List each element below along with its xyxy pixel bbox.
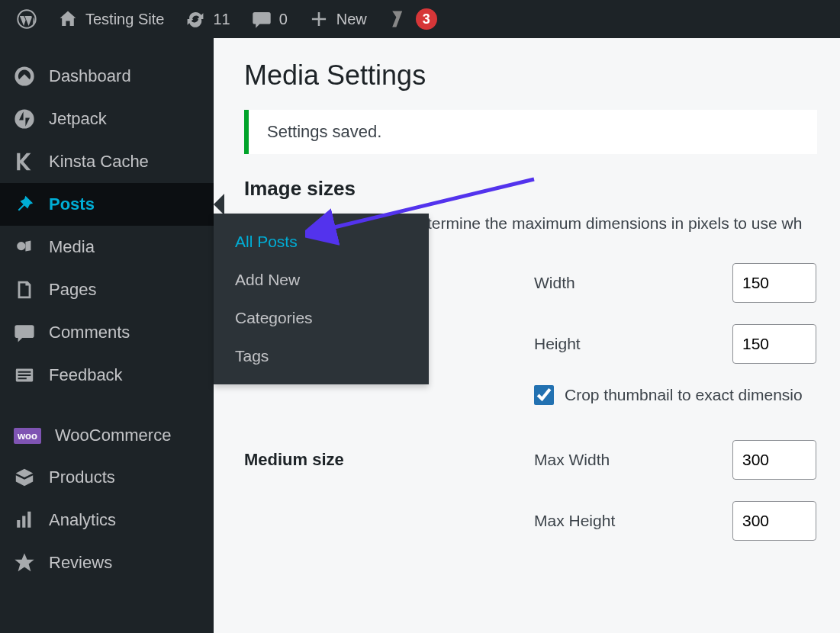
sidebar-item-jetpack[interactable]: Jetpack [0, 98, 214, 140]
submenu-all-posts[interactable]: All Posts [214, 223, 429, 261]
sidebar-item-feedback[interactable]: Feedback [0, 354, 214, 397]
sidebar-label: Feedback [49, 365, 123, 385]
updates[interactable]: 11 [175, 0, 240, 38]
thumb-crop-label: Crop thumbnail to exact dimensio [565, 386, 803, 404]
medium-maxw-label: Max Width [534, 451, 732, 469]
jetpack-icon [14, 108, 35, 130]
woo-icon: woo [14, 428, 41, 444]
comment-icon [14, 322, 35, 343]
pin-icon [14, 194, 35, 215]
page-title: Media Settings [244, 59, 817, 92]
svg-point-1 [14, 66, 34, 85]
medium-maxw-row: Medium size Max Width [244, 440, 817, 480]
admin-sidebar: Dashboard Jetpack Kinsta Cache Posts Med… [0, 38, 214, 633]
sidebar-label: Reviews [49, 553, 112, 573]
thumb-width-input[interactable] [732, 263, 816, 303]
sidebar-item-reviews[interactable]: Reviews [0, 541, 214, 584]
sidebar-item-comments[interactable]: Comments [0, 311, 214, 354]
sidebar-label: WooCommerce [55, 426, 171, 445]
sidebar-label: Products [49, 468, 115, 487]
sidebar-label: Comments [49, 323, 130, 342]
yoast-seo[interactable]: 3 [378, 0, 448, 38]
dashboard-icon [14, 66, 35, 87]
comments-link[interactable]: 0 [241, 0, 298, 38]
media-icon [14, 236, 35, 258]
sidebar-label: Kinsta Cache [49, 152, 149, 172]
thumb-width-label: Width [534, 274, 732, 292]
submenu-categories[interactable]: Categories [214, 299, 429, 337]
sidebar-label: Dashboard [49, 66, 131, 86]
medium-maxw-input[interactable] [732, 440, 816, 480]
sidebar-item-pages[interactable]: Pages [0, 268, 214, 311]
wp-logo[interactable] [6, 0, 47, 38]
admin-bar: Testing Site 11 0 New 3 [0, 0, 840, 38]
medium-maxh-input[interactable] [732, 501, 816, 541]
submenu-add-new[interactable]: Add New [214, 261, 429, 299]
sidebar-item-analytics[interactable]: Analytics [0, 499, 214, 541]
update-icon [185, 9, 205, 29]
posts-submenu: All Posts Add New Categories Tags [214, 214, 429, 384]
sidebar-item-dashboard[interactable]: Dashboard [0, 55, 214, 98]
sidebar-label: Posts [49, 194, 95, 214]
sidebar-item-media[interactable]: Media [0, 226, 214, 268]
sidebar-label: Analytics [49, 510, 116, 530]
plus-icon [309, 9, 329, 29]
kinsta-icon [14, 151, 35, 172]
comment-icon [252, 9, 272, 29]
wordpress-icon [17, 9, 37, 29]
sidebar-label: Media [49, 237, 95, 257]
sidebar-label: Pages [49, 280, 96, 300]
home-icon [58, 9, 78, 29]
medium-size-heading: Medium size [244, 450, 534, 470]
sidebar-item-woocommerce[interactable]: woo WooCommerce [0, 415, 214, 456]
image-sizes-heading: Image sizes [244, 177, 817, 201]
new-label: New [336, 11, 367, 28]
sidebar-item-products[interactable]: Products [0, 456, 214, 499]
feedback-icon [14, 365, 35, 386]
thumb-crop-row: Crop thumbnail to exact dimensio [534, 385, 817, 405]
sidebar-item-posts[interactable]: Posts [0, 183, 214, 226]
site-name[interactable]: Testing Site [47, 0, 175, 38]
star-icon [14, 552, 35, 574]
site-title: Testing Site [85, 11, 164, 28]
sidebar-item-kinsta[interactable]: Kinsta Cache [0, 140, 214, 183]
updates-count: 11 [213, 11, 230, 28]
medium-maxh-label: Max Height [534, 512, 732, 530]
thumb-height-input[interactable] [732, 324, 816, 364]
submenu-tags[interactable]: Tags [214, 337, 429, 375]
new-content[interactable]: New [298, 0, 378, 38]
analytics-icon [14, 509, 35, 531]
svg-point-3 [17, 242, 25, 250]
thumb-crop-checkbox[interactable] [534, 385, 554, 405]
yoast-icon [388, 9, 408, 29]
thumb-height-label: Height [534, 335, 732, 353]
sidebar-label: Jetpack [49, 109, 107, 129]
settings-saved-notice: Settings saved. [244, 110, 817, 154]
svg-point-2 [14, 109, 34, 128]
pages-icon [14, 279, 35, 300]
medium-maxh-row: Max Height [244, 501, 817, 541]
products-icon [14, 467, 35, 488]
yoast-badge: 3 [416, 8, 437, 30]
comments-count: 0 [279, 11, 288, 28]
